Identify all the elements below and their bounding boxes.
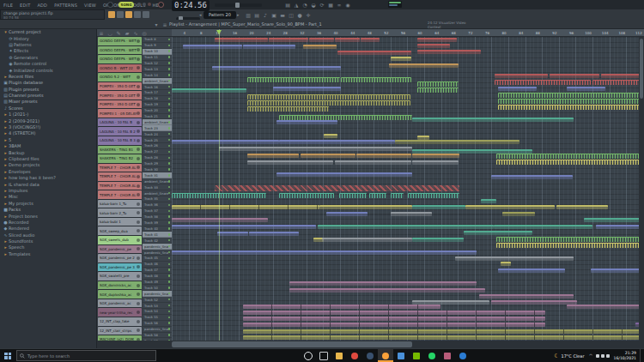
- track-enable-led[interactable]: [168, 127, 171, 130]
- browser-item-templates[interactable]: ▸Templates: [0, 251, 96, 257]
- file-explorer-icon[interactable]: [331, 349, 347, 362]
- picker-pattern-sgk-pandemic-pe-2[interactable]: SGK_pandemic_pe 2: [98, 254, 142, 263]
- browser-item-2-2009-2021-[interactable]: ▸2 (2009-2021): [0, 118, 96, 124]
- track-enable-led[interactable]: [168, 305, 171, 307]
- mute-icon[interactable]: [137, 57, 140, 61]
- track-enable-led[interactable]: [168, 293, 171, 295]
- track-header-track-39[interactable]: Track 39: [143, 220, 172, 226]
- piano-roll-icon[interactable]: ♪: [261, 11, 270, 19]
- auto-scroll-icon[interactable]: [143, 11, 149, 18]
- cpu-panel[interactable]: [388, 1, 402, 8]
- mute-icon[interactable]: [137, 85, 140, 88]
- mute-icon[interactable]: [137, 311, 140, 314]
- record-led[interactable]: [148, 3, 151, 6]
- browser-item-5[interactable]: ▸5: [0, 137, 96, 143]
- mute-icon[interactable]: [137, 202, 140, 206]
- playlist-clip[interactable]: Pattern 10 - Mix bass: [279, 140, 395, 144]
- playlist-timeline-ruler[interactable]: 4812162024283236404448525660646872768084…: [172, 29, 644, 37]
- track-enable-led[interactable]: [168, 239, 171, 242]
- mute-icon[interactable]: [137, 130, 140, 133]
- picker-pattern-sgk-dominicks-ac[interactable]: SGK_dominicks_ac: [98, 281, 142, 291]
- playlist-clip[interactable]: [412, 154, 459, 158]
- detach-icon[interactable]: ▾: [152, 21, 161, 28]
- track-header-track-18[interactable]: Track 18: [143, 96, 172, 102]
- track-enable-led[interactable]: [168, 263, 171, 266]
- track-enable-led[interactable]: [168, 145, 171, 148]
- picker-pattern-gondo-5-2-wet[interactable]: GONDO 5.2 - WET: [98, 73, 142, 82]
- track-enable-led[interactable]: [168, 92, 171, 94]
- track-enable-led[interactable]: [168, 86, 171, 88]
- picker-pattern-sgk-pandemic-pe-3[interactable]: SGK_pandemic_pe 3: [98, 263, 142, 273]
- browser-item-clipboard-files[interactable]: ▸Clipboard files: [0, 156, 96, 162]
- track-header-track-30[interactable]: Track 30: [143, 167, 172, 173]
- fl-studio-icon[interactable]: [378, 349, 393, 362]
- paint-icon[interactable]: [440, 349, 455, 362]
- menu-item-add[interactable]: ADD: [33, 3, 51, 8]
- mute-icon[interactable]: [137, 157, 140, 160]
- playlist-clip[interactable]: [247, 106, 329, 112]
- track-enable-led[interactable]: [168, 157, 171, 160]
- track-header-track-16[interactable]: Track 16: [143, 84, 172, 90]
- browser-item-backup[interactable]: ▸Backup: [0, 149, 96, 155]
- playlist-clip[interactable]: [455, 256, 574, 261]
- playlist-clip[interactable]: [601, 74, 639, 78]
- metronome-on-icon[interactable]: [125, 11, 132, 18]
- mute-icon[interactable]: [137, 238, 140, 242]
- browser-item-packs[interactable]: ■Packs: [0, 207, 96, 213]
- mute-icon[interactable]: [137, 121, 140, 124]
- track-enable-led[interactable]: [168, 227, 171, 230]
- event-editor-icon[interactable]: ◫: [287, 11, 295, 19]
- track-header-track-25[interactable]: Track 25: [143, 137, 172, 143]
- mute-icon[interactable]: [137, 66, 140, 69]
- mute-icon[interactable]: [137, 302, 140, 305]
- start-button[interactable]: [0, 349, 15, 362]
- track-enable-led[interactable]: [168, 45, 171, 47]
- track-enable-led[interactable]: [168, 174, 171, 177]
- playlist-clip[interactable]: 4 Part loop - 2x2: [276, 120, 337, 124]
- playlist-icon[interactable]: ▬: [278, 11, 287, 19]
- track-enable-led[interactable]: [168, 311, 171, 313]
- browser-item-remote-control[interactable]: ◉Remote control: [0, 61, 96, 67]
- playlist-clip[interactable]: 4 BODO 14 P: [356, 154, 411, 158]
- browser-item-effects[interactable]: ✦Effects: [0, 48, 96, 54]
- track-enable-led[interactable]: [168, 121, 171, 124]
- menu-icon[interactable]: ≡: [161, 21, 169, 28]
- task-view-icon[interactable]: [316, 349, 331, 362]
- playlist-clip[interactable]: 4 Sonic final + Mix bass: [172, 250, 477, 255]
- countdown-icon[interactable]: ◒: [309, 1, 318, 9]
- playlist-clip[interactable]: 4 BODO - 09:09 SOPO 5 - WET - 2.7 - OMNI…: [243, 317, 545, 321]
- taskbar-clock[interactable]: 21:29 16/10/2021: [614, 351, 636, 360]
- playlist-clip[interactable]: Pattern 95.2: [495, 74, 548, 78]
- track-header-track-45[interactable]: Track 45: [143, 256, 172, 262]
- shield-icon[interactable]: [596, 354, 599, 358]
- mute-icon[interactable]: [137, 103, 140, 106]
- mute-icon[interactable]: [137, 284, 140, 287]
- picker-pattern-gondo-b-wet-22[interactable]: GONDO B - WET 22: [98, 64, 142, 74]
- horizontal-scrollbar[interactable]: [97, 341, 644, 348]
- nvidia-icon[interactable]: [409, 349, 424, 362]
- browser-item-current-project[interactable]: ▾Current project: [0, 29, 96, 35]
- mute-icon[interactable]: [137, 39, 140, 43]
- track-header-track-29[interactable]: Track 29: [143, 161, 172, 167]
- zoom-icon[interactable]: ◎: [140, 29, 149, 37]
- playlist-clip[interactable]: [412, 238, 464, 242]
- mute-icon[interactable]: [137, 184, 140, 188]
- slice-icon[interactable]: ∿: [131, 29, 140, 37]
- playlist-clip[interactable]: [596, 225, 639, 229]
- picker-pattern-new-year-trilha-rec[interactable]: new-year-trilha_rec: [98, 308, 142, 317]
- picker-pattern-sgk-pandemic-ac[interactable]: SGK_pandemic_ac: [98, 299, 142, 309]
- playlist-clip[interactable]: [496, 237, 639, 242]
- track-enable-led[interactable]: [168, 180, 171, 183]
- browser-item-how-long-has-it-been-[interactable]: ▸how long has it been?: [0, 175, 96, 181]
- playlist-clip[interactable]: Pattern 11 - Ambient 5: [322, 238, 412, 242]
- track-enable-led[interactable]: [168, 245, 171, 248]
- time-display[interactable]: 0:24.56: [172, 0, 210, 11]
- track-enable-led[interactable]: [168, 257, 171, 260]
- playlist-clip[interactable]: [408, 193, 459, 198]
- track-enable-led[interactable]: [168, 233, 171, 236]
- brush-icon[interactable]: ▰: [123, 29, 131, 37]
- track-enable-led[interactable]: [168, 139, 171, 142]
- playlist-clip[interactable]: Pattern 92: [567, 87, 605, 91]
- track-enable-led[interactable]: [168, 98, 171, 100]
- track-header-track-9[interactable]: Track 9: [143, 43, 172, 49]
